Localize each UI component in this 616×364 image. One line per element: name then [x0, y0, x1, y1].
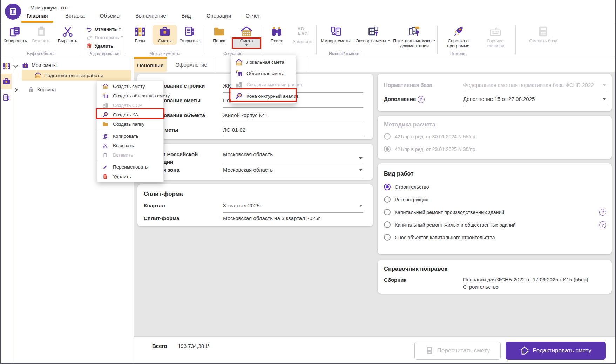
recalculate-button[interactable]: Пересчитать смету: [414, 342, 501, 360]
delete-button[interactable]: Удалить: [86, 42, 125, 50]
context-create-ssr[interactable]: Создать ССР: [97, 101, 163, 110]
help-question-icon[interactable]: ?: [599, 221, 606, 228]
toolbar-divider: [125, 26, 125, 54]
radio-icon[interactable]: [384, 221, 391, 228]
toolbar-divider: [437, 26, 438, 54]
supplement-select[interactable]: Дополнение 15 от 27.08.2025: [463, 95, 607, 106]
help-question-icon[interactable]: ?: [599, 209, 606, 216]
context-delete[interactable]: Удалить: [97, 172, 163, 181]
object-name-field[interactable]: Жилой корпус №1: [223, 111, 363, 122]
change-base-button[interactable]: Сменить базу: [528, 25, 558, 43]
menu-local-estimate[interactable]: Локальная смета: [231, 56, 296, 68]
chevron-right-icon[interactable]: [13, 88, 18, 92]
dropdown-caret-icon[interactable]: [359, 205, 363, 208]
work-type-residential-repair[interactable]: Капитальный ремонт жилых и общественных …: [384, 221, 598, 228]
tab-osnovnye[interactable]: Основные: [134, 57, 167, 72]
estimate-label: Смета: [240, 39, 253, 43]
context-copy[interactable]: Копировать: [97, 131, 163, 141]
hotkeys-button[interactable]: Горячие клавиши: [480, 25, 510, 48]
undo-button[interactable]: Отменить: [86, 25, 125, 33]
import-estimate-button[interactable]: Импорт сметы: [318, 25, 353, 48]
export-caret-icon[interactable]: [387, 40, 390, 43]
menu-tab-glavnaya[interactable]: Главная: [26, 13, 48, 19]
estimates-button[interactable]: Сметы: [153, 25, 177, 45]
house-edit-icon: [520, 346, 529, 355]
tree-item-selected[interactable]: Подготовительные работы: [22, 70, 131, 81]
paste-button[interactable]: Вставить: [29, 25, 54, 43]
chevron-down-icon[interactable]: [13, 63, 18, 68]
split-form-value: Московская область на 3 квартал 2025г.: [223, 214, 363, 222]
cipher-field[interactable]: ЛС-01-02: [223, 126, 363, 137]
work-type-industrial-repair[interactable]: Капитальный ремонт производственных здан…: [384, 209, 598, 215]
menu-market-analysis[interactable]: Конъюнктурный анализ: [231, 90, 296, 102]
card-region: Субъект Российской Федерации Московская …: [137, 144, 373, 180]
program-help-button[interactable]: Справка о программе: [443, 25, 473, 48]
work-type-construction[interactable]: Строительство: [384, 184, 598, 190]
rail-opendocs-icon[interactable]: [2, 94, 11, 102]
folder-button[interactable]: Папка: [207, 25, 232, 47]
price-zone-select[interactable]: Московская область: [223, 166, 363, 177]
normative-base-select[interactable]: Федеральная сметная нормативная база ФСН…: [463, 81, 607, 92]
region-select[interactable]: Московская область: [223, 151, 363, 165]
content-tabstrip: Основные Оформление: [134, 57, 615, 72]
menu-tab-obyomy[interactable]: Объёмы: [100, 13, 121, 19]
export-estimate-label: Экспорт сметы: [356, 39, 391, 43]
undo-caret-icon[interactable]: [119, 28, 121, 31]
menu-tab-otchet[interactable]: Отчет: [245, 13, 260, 19]
dropdown-caret-icon[interactable]: [359, 169, 363, 173]
menu-object-estimate[interactable]: Объектная смета: [231, 68, 296, 79]
export-estimate-button[interactable]: Экспорт сметы: [353, 25, 393, 48]
cut-button[interactable]: Вырезать: [55, 25, 80, 43]
dropdown-caret-icon[interactable]: [359, 157, 363, 161]
radio-icon[interactable]: [384, 234, 391, 241]
estimate-caret-icon[interactable]: [245, 44, 248, 47]
estimate-split-button[interactable]: Смета: [234, 25, 259, 47]
replace-button[interactable]: AB ↳AC Заменить: [290, 25, 315, 44]
change-base-label: Сменить базу: [529, 39, 557, 43]
context-create-object-estimate[interactable]: Создать объектную смету: [97, 91, 163, 101]
radio-icon[interactable]: [384, 133, 391, 140]
search-button[interactable]: Поиск: [264, 25, 289, 44]
quarter-select[interactable]: 3 квартал 2025г.: [223, 202, 363, 213]
menu-tab-vid[interactable]: Вид: [181, 13, 191, 19]
toolbar-group-base: Сменить базу: [524, 23, 562, 57]
copy-icon: [102, 133, 108, 139]
bases-button[interactable]: Базы: [128, 25, 153, 45]
toolbar-divider: [262, 26, 262, 54]
edit-estimate-button[interactable]: Редактировать смету: [506, 342, 606, 360]
open-docs-button[interactable]: Открытые: [177, 25, 202, 45]
redo-button[interactable]: Повторить: [86, 33, 125, 42]
rail-estimates-icon[interactable]: [2, 77, 11, 85]
work-type-demolition[interactable]: Снос объектов капитального строительства: [384, 234, 598, 241]
methodology-option-30pr[interactable]: 421/пр в ред. от 23.01.2025 N 30/пр: [384, 146, 598, 152]
rail-bases-icon[interactable]: [2, 62, 11, 70]
context-create-estimate[interactable]: Создать смету: [97, 82, 163, 91]
context-rename[interactable]: Переименовать: [97, 162, 163, 172]
radio-icon[interactable]: [384, 196, 391, 203]
menu-tab-vypolnenie[interactable]: Выполнение: [135, 13, 166, 19]
delete-label: Удалить: [95, 43, 113, 49]
batch-export-button[interactable]: Пакетная выгрузкадокументации: [393, 25, 436, 48]
tree-item-my-estimates[interactable]: Мои сметы: [14, 61, 57, 70]
radio-icon[interactable]: [384, 209, 391, 215]
tree-item-trash[interactable]: Корзина: [14, 85, 56, 94]
help-question-icon[interactable]: ?: [418, 96, 425, 103]
context-paste[interactable]: Вставить: [97, 150, 163, 160]
radio-selected-icon[interactable]: [384, 146, 391, 152]
methodology-option-55pr[interactable]: 421/пр в ред. от 30.01.2024 N 55/пр: [384, 133, 598, 140]
radio-selected-icon[interactable]: [384, 184, 391, 190]
work-type-reconstruction[interactable]: Реконструкция: [384, 196, 598, 203]
menu-tab-vstavka[interactable]: Вставка: [65, 13, 85, 19]
tab-oformlenie[interactable]: Оформление: [167, 57, 216, 72]
dropdown-caret-icon[interactable]: [603, 98, 606, 102]
context-create-folder[interactable]: Создать папку: [97, 119, 163, 129]
batch-caret-icon[interactable]: [433, 40, 436, 43]
toolbar-group-help: Справка о программе Горячие клавиши Помо…: [440, 23, 514, 57]
copy-button[interactable]: Копировать: [2, 25, 28, 43]
context-cut[interactable]: Вырезать: [97, 141, 163, 150]
object-estimate-icon: [102, 93, 108, 99]
menu-tab-operacii[interactable]: Операции: [207, 13, 231, 19]
toolbar: Копировать Вставить Вырезать Буфер обмен…: [1, 23, 615, 57]
menu-summary-calc[interactable]: Сводный сметный расчет: [231, 79, 296, 90]
context-create-ka[interactable]: Создать КА: [97, 110, 163, 119]
